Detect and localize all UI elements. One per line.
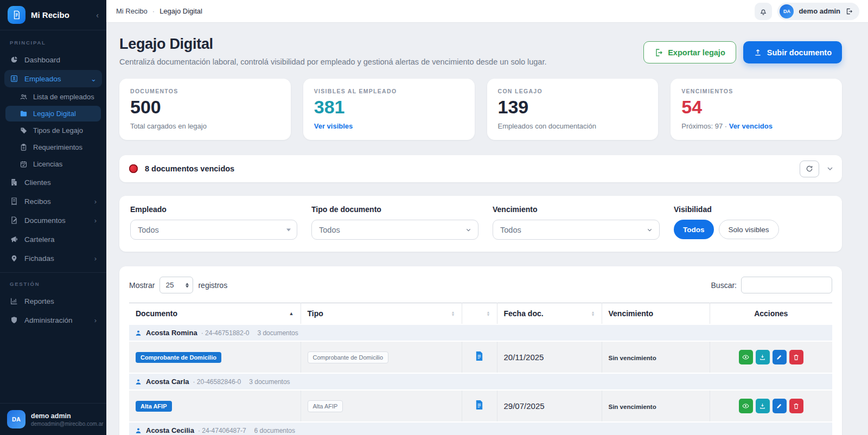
breadcrumb: Mi Recibo · Legajo Digital bbox=[116, 7, 202, 15]
stat-card-documentos: DOCUMENTOS 500 Total cargados en legajo bbox=[119, 79, 291, 140]
document-badge: Alta AFIP bbox=[136, 401, 172, 412]
sort-icon: ▲▼ bbox=[586, 311, 595, 316]
folder-icon bbox=[20, 110, 28, 118]
employee-doc-count: 3 documentos bbox=[257, 329, 298, 337]
sidebar-item-fichadas[interactable]: Fichadas › bbox=[4, 250, 102, 267]
col-tipo[interactable]: Tipo▲▼ bbox=[301, 303, 462, 325]
vencimiento-cell: Sin vencimiento bbox=[609, 355, 656, 361]
tipo-tag: Comprobante de Domicilio bbox=[308, 351, 389, 363]
person-icon bbox=[135, 329, 142, 337]
edit-icon bbox=[776, 354, 783, 361]
empleado-select[interactable]: Todos bbox=[130, 220, 297, 240]
sidebar-subitem-tipos-de-legajo[interactable]: Tipos de Legajo bbox=[5, 123, 101, 138]
employee-group-row: Acosta Carla · 20-46582846-0 3 documento… bbox=[129, 373, 832, 390]
filter-label: Empleado bbox=[130, 205, 297, 214]
export-button[interactable]: Exportar legajo bbox=[643, 41, 736, 63]
chevron-down-icon[interactable] bbox=[826, 164, 834, 173]
col-fecha[interactable]: Fecha doc.▲▼ bbox=[497, 303, 602, 325]
building-icon bbox=[10, 178, 18, 187]
stat-card-visibles: VISIBLES AL EMPLEADO 381 Ver visibles bbox=[303, 79, 475, 140]
sidebar-item-dashboard[interactable]: Dashboard bbox=[4, 51, 102, 68]
stat-sub: Total cargados en legajo bbox=[130, 122, 280, 130]
refresh-button[interactable] bbox=[800, 161, 819, 177]
vencimiento-select[interactable]: Todos bbox=[493, 220, 660, 240]
col-documento[interactable]: Documento▲ bbox=[129, 303, 301, 325]
filter-vencimiento: Vencimiento Todos bbox=[493, 205, 660, 240]
page-subtitle: Centralizá documentación laboral, contro… bbox=[119, 57, 547, 66]
sidebar-item-cartelera[interactable]: Cartelera bbox=[4, 231, 102, 248]
view-button[interactable] bbox=[739, 399, 753, 413]
sidebar-item-clientes[interactable]: Clientes bbox=[4, 174, 102, 191]
filter-label: Visibilidad bbox=[674, 205, 779, 214]
ver-vencidos-link[interactable]: Ver vencidos bbox=[729, 122, 773, 130]
employee-cuil: · 20-46582846-0 bbox=[193, 378, 241, 386]
refresh-icon bbox=[806, 165, 813, 172]
fecha-cell: 29/07/2025 bbox=[504, 401, 545, 411]
employee-name: Acosta Carla bbox=[146, 378, 189, 386]
sidebar-collapse-icon[interactable]: ‹ bbox=[96, 11, 99, 20]
download-button[interactable] bbox=[756, 350, 770, 364]
col-archivo[interactable]: ▲▼ bbox=[462, 303, 497, 325]
sidebar-subitem-licencias[interactable]: Licencias bbox=[5, 156, 101, 172]
delete-button[interactable] bbox=[789, 399, 803, 413]
shield-icon bbox=[10, 316, 18, 324]
sidebar-nav: PRINCIPAL Dashboard Empleados ⌄ Lista de… bbox=[0, 30, 106, 403]
alert-text: 8 documentos vencidos bbox=[145, 164, 234, 173]
sidebar-item-empleados[interactable]: Empleados ⌄ bbox=[4, 70, 102, 87]
employee-cuil: · 24-47406487-7 bbox=[198, 427, 246, 434]
page-size-select[interactable]: 25 bbox=[159, 277, 193, 293]
eye-icon bbox=[742, 354, 749, 361]
sidebar-subitem-requerimientos[interactable]: Requerimientos bbox=[5, 139, 101, 155]
avatar: DA bbox=[780, 4, 794, 18]
delete-button[interactable] bbox=[789, 350, 803, 364]
sidebar-item-administracion[interactable]: Administración › bbox=[4, 311, 102, 329]
col-vencimiento[interactable]: Vencimiento bbox=[602, 303, 710, 325]
search-input[interactable] bbox=[741, 277, 832, 293]
ver-visibles-link[interactable]: Ver visibles bbox=[314, 122, 353, 130]
topbar-user-name: demo admin bbox=[799, 7, 840, 15]
sidebar-subitem-legajo-digital[interactable]: Legajo Digital bbox=[5, 106, 101, 121]
person-icon bbox=[135, 378, 142, 386]
document-row: Alta AFIP Alta AFIP 29/07/2025 Sin venci… bbox=[129, 390, 832, 422]
fecha-cell: 20/11/2025 bbox=[504, 353, 544, 362]
export-icon bbox=[654, 48, 663, 57]
employee-doc-count: 6 documentos bbox=[254, 427, 295, 434]
stat-card-vencimientos: VENCIMIENTOS 54 Próximos: 97 · Ver venci… bbox=[671, 79, 842, 140]
sidebar-item-documentos[interactable]: Documentos › bbox=[4, 212, 102, 229]
trash-icon bbox=[793, 354, 800, 361]
upload-button[interactable]: Subir documento bbox=[743, 41, 842, 63]
breadcrumb-root[interactable]: Mi Recibo bbox=[116, 7, 148, 15]
sidebar-user[interactable]: DA demo admin demoadmin@mirecibo.com.ar bbox=[0, 403, 106, 435]
notifications-button[interactable] bbox=[755, 3, 772, 20]
employee-cuil: · 24-46751882-0 bbox=[201, 329, 250, 337]
sidebar-item-reportes[interactable]: Reportes bbox=[4, 292, 102, 310]
calendar-icon bbox=[20, 160, 28, 168]
edit-button[interactable] bbox=[773, 350, 787, 364]
person-icon bbox=[135, 427, 142, 434]
section-label-principal: PRINCIPAL bbox=[0, 31, 106, 49]
breadcrumb-current: Legajo Digital bbox=[159, 7, 202, 15]
visibilidad-solo-visibles-button[interactable]: Solo visibles bbox=[719, 220, 779, 239]
edit-button[interactable] bbox=[773, 399, 787, 413]
user-menu[interactable]: DA demo admin bbox=[777, 3, 859, 20]
file-icon[interactable] bbox=[475, 400, 484, 410]
tipo-documento-select[interactable]: Todos bbox=[311, 220, 478, 240]
file-icon[interactable] bbox=[475, 351, 484, 361]
page-title: Legajo Digital bbox=[119, 36, 547, 53]
megaphone-icon bbox=[10, 235, 18, 244]
view-button[interactable] bbox=[739, 350, 753, 364]
breadcrumb-separator: · bbox=[152, 7, 155, 15]
download-button[interactable] bbox=[756, 399, 770, 413]
filter-label: Tipo de documento bbox=[311, 205, 478, 214]
topbar: Mi Recibo · Legajo Digital DA demo admin bbox=[106, 0, 868, 23]
download-icon bbox=[759, 402, 766, 410]
stat-value: 139 bbox=[498, 97, 648, 117]
sidebar-item-recibos[interactable]: Recibos › bbox=[4, 193, 102, 210]
section-label-gestion: GESTIÓN bbox=[0, 273, 106, 291]
visibilidad-todos-button[interactable]: Todos bbox=[674, 220, 714, 239]
topbar-right: DA demo admin bbox=[755, 3, 859, 20]
sidebar-subitem-lista-de-empleados[interactable]: Lista de empleados bbox=[5, 89, 101, 105]
vencimiento-cell: Sin vencimiento bbox=[609, 404, 656, 410]
document-badge: Comprobante de Domicilio bbox=[136, 352, 221, 363]
dashboard-icon bbox=[10, 55, 18, 64]
